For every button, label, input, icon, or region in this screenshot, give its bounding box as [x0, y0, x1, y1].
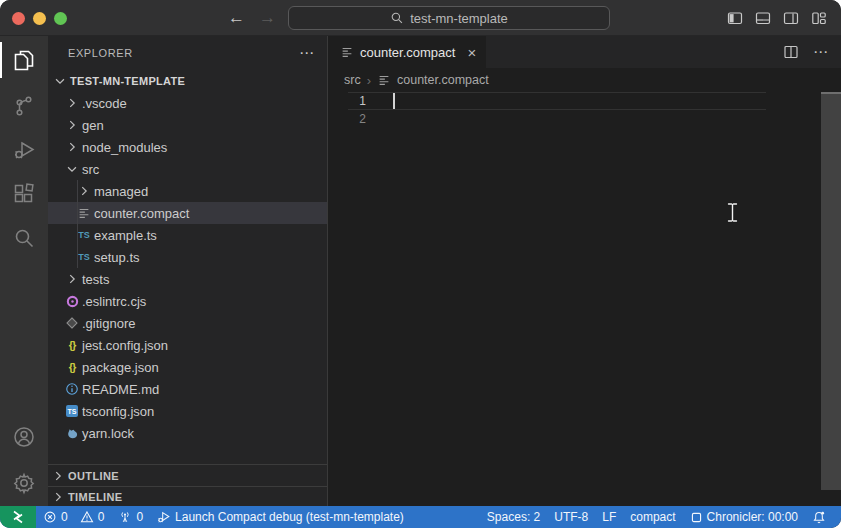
vertical-scrollbar[interactable]	[821, 92, 841, 490]
layout-panel-icon[interactable]	[755, 10, 771, 26]
activity-bar-item-run-debug[interactable]	[0, 128, 48, 172]
tree-item-node-modules[interactable]: node_modules	[48, 136, 327, 158]
status-item-text: Spaces: 2	[487, 510, 540, 524]
error-icon	[43, 510, 57, 524]
tree-item-example-ts[interactable]: TSexample.ts	[48, 224, 327, 246]
vscode-window: ← → test-mn-template EXPLORER ⋯ TEST-MN-…	[0, 0, 841, 528]
tree-item-tests[interactable]: tests	[48, 268, 327, 290]
status-item-ports[interactable]: 0	[111, 506, 150, 528]
tree-item-gen[interactable]: gen	[48, 114, 327, 136]
status-item-text: LF	[602, 510, 616, 524]
split-editor-icon[interactable]	[783, 44, 799, 60]
layout-sidebar-left-icon[interactable]	[727, 10, 743, 26]
settings-gear-icon	[12, 471, 36, 495]
code-line[interactable]: 2	[328, 110, 841, 128]
status-item-text: Chronicler: 00:00	[707, 510, 798, 524]
current-line-highlight	[348, 92, 766, 110]
tree-item--eslintrc-cjs[interactable]: .eslintrc.cjs	[48, 290, 327, 312]
status-item-text: 0	[98, 510, 105, 524]
tree-item-managed[interactable]: managed	[48, 180, 327, 202]
tree-item-label: src	[82, 162, 99, 177]
tree-item-label: package.json	[82, 360, 159, 375]
tree-item--vscode[interactable]: .vscode	[48, 92, 327, 114]
account-icon	[12, 425, 36, 449]
sidebar-section-outline[interactable]: OUTLINE	[48, 464, 327, 486]
activity-bar	[0, 36, 48, 506]
activity-bar-item-source-control[interactable]	[0, 84, 48, 128]
tab-counter-compact[interactable]: counter.compact ×	[328, 36, 486, 68]
status-item-problems[interactable]: 00	[36, 506, 111, 528]
back-arrow-icon[interactable]: ←	[228, 7, 245, 29]
chevron-right-icon	[62, 136, 82, 158]
status-item-launch-debug[interactable]: Launch Compact debug (test-mn-template)	[150, 506, 411, 528]
ts-icon: TS	[74, 224, 94, 246]
status-item-encoding[interactable]: UTF-8	[547, 506, 595, 528]
tree-item-jest-config-json[interactable]: {}jest.config.json	[48, 334, 327, 356]
tree-item-label: gen	[82, 118, 104, 133]
status-item-notifications[interactable]	[805, 506, 833, 528]
debug-alt-icon	[157, 510, 171, 524]
tsconfig-icon: TS	[62, 400, 82, 422]
bell-dot-icon	[812, 510, 826, 524]
sidebar-title: EXPLORER	[68, 47, 133, 59]
chevron-right-icon	[62, 114, 82, 136]
window-controls	[12, 12, 67, 25]
tree-item-package-json[interactable]: {}package.json	[48, 356, 327, 378]
editor-group: counter.compact × ⋯ src › counter.compac…	[328, 36, 841, 506]
tree-item-label: TEST-MN-TEMPLATE	[70, 75, 185, 87]
more-actions-icon[interactable]: ⋯	[299, 44, 315, 62]
forward-arrow-icon[interactable]: →	[259, 7, 276, 29]
tree-item-src[interactable]: src	[48, 158, 327, 180]
activity-bar-item-accounts[interactable]	[0, 414, 48, 460]
zoom-window-button[interactable]	[54, 12, 67, 25]
tree-item-test-mn-template[interactable]: TEST-MN-TEMPLATE	[48, 70, 327, 92]
status-item-eol[interactable]: LF	[595, 506, 623, 528]
layout-controls	[727, 10, 827, 26]
code-line[interactable]: 1	[328, 92, 841, 110]
status-item-chronicler[interactable]: Chronicler: 00:00	[683, 506, 805, 528]
tree-item-label: counter.compact	[94, 206, 189, 221]
tree-item-yarn-lock[interactable]: yarn.lock	[48, 422, 327, 444]
git-icon	[62, 312, 82, 334]
activity-bar-item-search[interactable]	[0, 216, 48, 260]
status-item-text: 0	[61, 510, 68, 524]
chevron-right-icon	[48, 490, 68, 504]
eslint-icon	[62, 290, 82, 312]
close-window-button[interactable]	[12, 12, 25, 25]
activity-bar-item-extensions[interactable]	[0, 172, 48, 216]
status-item-indentation[interactable]: Spaces: 2	[480, 506, 547, 528]
layout-customize-icon[interactable]	[811, 10, 827, 26]
tree-item-label: README.md	[82, 382, 159, 397]
chronicler-square-icon	[690, 511, 703, 524]
more-actions-icon[interactable]: ⋯	[813, 43, 829, 61]
sidebar-section-timeline[interactable]: TIMELINE	[48, 486, 327, 506]
section-title: OUTLINE	[68, 470, 119, 482]
breadcrumb-file[interactable]: counter.compact	[397, 73, 489, 87]
activity-bar-item-settings[interactable]	[0, 460, 48, 506]
minimize-window-button[interactable]	[33, 12, 46, 25]
command-center-search[interactable]: test-mn-template	[288, 6, 610, 30]
chevron-down-icon	[50, 70, 70, 92]
command-center-text: test-mn-template	[410, 11, 508, 26]
yarn-icon	[62, 422, 82, 444]
status-item-remote-indicator[interactable]	[0, 506, 36, 528]
close-icon[interactable]: ×	[467, 44, 476, 61]
ts-icon: TS	[74, 246, 94, 268]
activity-bar-item-explorer[interactable]	[0, 36, 48, 84]
line-number: 1	[328, 94, 374, 108]
tab-bar: counter.compact × ⋯	[328, 36, 841, 68]
tree-item--gitignore[interactable]: .gitignore	[48, 312, 327, 334]
tree-item-counter-compact[interactable]: counter.compact	[48, 202, 327, 224]
layout-sidebar-right-icon[interactable]	[783, 10, 799, 26]
text-caret	[393, 93, 395, 109]
breadcrumb-folder[interactable]: src	[344, 73, 361, 87]
chevron-right-icon	[48, 469, 68, 483]
status-item-language-mode[interactable]: compact	[623, 506, 682, 528]
tree-item-label: example.ts	[94, 228, 157, 243]
tree-item-setup-ts[interactable]: TSsetup.ts	[48, 246, 327, 268]
tree-item-tsconfig-json[interactable]: TStsconfig.json	[48, 400, 327, 422]
search-icon	[12, 226, 36, 250]
code-editor[interactable]: 12	[328, 92, 841, 506]
tree-item-readme-md[interactable]: README.md	[48, 378, 327, 400]
title-bar: ← → test-mn-template	[0, 0, 841, 36]
